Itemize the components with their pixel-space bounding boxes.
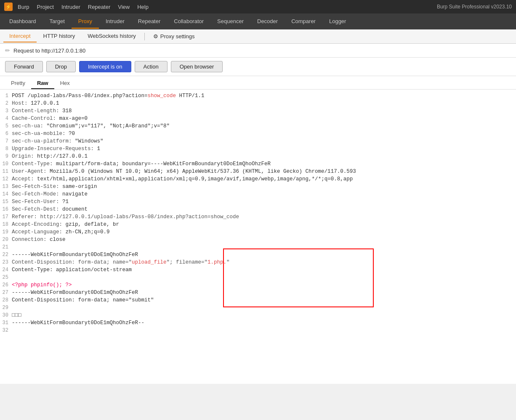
table-row: 9Origin: http://127.0.0.1: [0, 153, 516, 160]
tab-target[interactable]: Target: [43, 15, 72, 29]
intercept-toggle-button[interactable]: Intercept is on: [79, 61, 131, 72]
action-button[interactable]: Action: [135, 61, 168, 72]
table-row: 7sec-ch-ua-platform: "Windows": [0, 137, 516, 145]
line-content: POST /upload-labs/Pass-08/index.php?acti…: [12, 92, 516, 100]
menu-help[interactable]: Help: [137, 4, 149, 10]
table-row: 27------WebKitFormBoundaryt0DoE1mQhoOhzF…: [0, 289, 516, 296]
table-row: 15Sec-Fetch-User: ?1: [0, 198, 516, 206]
line-number: 26: [0, 281, 12, 289]
tab-logger[interactable]: Logger: [322, 15, 353, 29]
line-number: 6: [0, 130, 12, 137]
tab-intruder[interactable]: Intruder: [99, 15, 131, 29]
table-row: 18Accept-Encoding: gzip, deflate, br: [0, 221, 516, 228]
line-content: Accept: text/html,application/xhtml+xml,…: [12, 175, 516, 183]
table-row: 5sec-ch-ua: "Chromium";v="117", "Not;A=B…: [0, 122, 516, 130]
line-number: 15: [0, 198, 12, 206]
table-row: 31------WebKitFormBoundaryt0DoE1mQhoOhzF…: [0, 319, 516, 327]
menu-burp[interactable]: Burp: [18, 4, 29, 10]
tab-proxy-settings[interactable]: ⚙ Proxy settings: [147, 31, 201, 42]
table-row: 25: [0, 274, 516, 281]
line-number: 3: [0, 107, 12, 115]
table-row: 23Content-Disposition: form-data; name="…: [0, 259, 516, 266]
tab-http-history[interactable]: HTTP history: [37, 30, 81, 42]
table-row: 21: [0, 243, 516, 251]
menu-intruder[interactable]: Intruder: [61, 4, 80, 10]
tab-decoder[interactable]: Decoder: [250, 15, 285, 29]
line-content: User-Agent: Mozilla/5.0 (Windows NT 10.0…: [12, 168, 516, 175]
table-row: 24Content-Type: application/octet-stream: [0, 266, 516, 274]
table-row: 32: [0, 327, 516, 334]
line-number: 32: [0, 327, 12, 334]
line-content: [12, 243, 516, 251]
line-content: Cache-Control: max-age=0: [12, 115, 516, 122]
line-content: ------WebKitFormBoundaryt0DoE1mQhoOhzFeR…: [12, 319, 516, 327]
tab-comparer[interactable]: Comparer: [285, 15, 322, 29]
divider: [144, 33, 145, 40]
line-number: 10: [0, 160, 12, 168]
title-bar: ⚡ Burp Project Intruder Repeater View He…: [0, 0, 516, 13]
line-number: 11: [0, 168, 12, 175]
menu-view[interactable]: View: [118, 4, 130, 10]
table-row: 19Accept-Language: zh-CN,zh;q=0.9: [0, 228, 516, 236]
forward-button[interactable]: Forward: [5, 61, 43, 72]
line-number: 13: [0, 183, 12, 190]
line-content: Referer: http://127.0.0.1/upload-labs/Pa…: [12, 213, 516, 221]
line-number: 1: [0, 92, 12, 100]
line-content: [12, 274, 516, 281]
line-number: 12: [0, 175, 12, 183]
line-content: Accept-Language: zh-CN,zh;q=0.9: [12, 228, 516, 236]
line-content: Content-Length: 318: [12, 107, 516, 115]
line-number: 18: [0, 221, 12, 228]
table-row: 26<?php phpinfo(); ?>: [0, 281, 516, 289]
line-content: Origin: http://127.0.0.1: [12, 153, 516, 160]
line-number: 20: [0, 236, 12, 243]
table-row: 13Sec-Fetch-Site: same-origin: [0, 183, 516, 190]
tab-intercept[interactable]: Intercept: [3, 30, 37, 42]
line-number: 5: [0, 122, 12, 130]
line-content: Content-Type: application/octet-stream: [12, 266, 516, 274]
table-row: 22------WebKitFormBoundaryt0DoE1mQhoOhzF…: [0, 251, 516, 259]
tab-proxy[interactable]: Proxy: [72, 15, 99, 29]
line-content: ------WebKitFormBoundaryt0DoE1mQhoOhzFeR: [12, 251, 516, 259]
table-row: 16Sec-Fetch-Dest: document: [0, 206, 516, 213]
line-content: Sec-Fetch-Site: same-origin: [12, 183, 516, 190]
line-number: 28: [0, 296, 12, 304]
menu-project[interactable]: Project: [37, 4, 53, 10]
open-browser-button[interactable]: Open browser: [171, 61, 223, 72]
line-content: Content-Disposition: form-data; name="su…: [12, 296, 516, 304]
gear-icon: ⚙: [153, 33, 158, 40]
tab-dashboard[interactable]: Dashboard: [3, 15, 43, 29]
line-content: Accept-Encoding: gzip, deflate, br: [12, 221, 516, 228]
line-content: <?php phpinfo(); ?>: [12, 281, 516, 289]
tab-repeater[interactable]: Repeater: [131, 15, 167, 29]
line-content: sec-ch-ua-mobile: ?0: [12, 130, 516, 137]
line-number: 31: [0, 319, 12, 327]
menu-bar: Burp Project Intruder Repeater View Help: [18, 4, 149, 10]
menu-repeater[interactable]: Repeater: [88, 4, 110, 10]
table-row: 17Referer: http://127.0.0.1/upload-labs/…: [0, 213, 516, 221]
table-row: 20Connection: close: [0, 236, 516, 243]
line-number: 8: [0, 145, 12, 153]
line-content: Sec-Fetch-Mode: navigate: [12, 190, 516, 198]
tab-raw[interactable]: Raw: [31, 78, 54, 89]
line-content: Content-Disposition: form-data; name="up…: [12, 259, 516, 266]
pencil-icon: ✏: [5, 47, 10, 54]
line-content: sec-ch-ua-platform: "Windows": [12, 137, 516, 145]
line-number: 27: [0, 289, 12, 296]
table-row: 4Cache-Control: max-age=0: [0, 115, 516, 122]
drop-button[interactable]: Drop: [46, 61, 76, 72]
tab-pretty[interactable]: Pretty: [5, 78, 31, 89]
line-number: 2: [0, 100, 12, 107]
table-row: 14Sec-Fetch-Mode: navigate: [0, 190, 516, 198]
line-number: 16: [0, 206, 12, 213]
tab-hex[interactable]: Hex: [54, 78, 76, 89]
line-content: Sec-Fetch-Dest: document: [12, 206, 516, 213]
tab-sequencer[interactable]: Sequencer: [210, 15, 250, 29]
table-row: 28Content-Disposition: form-data; name="…: [0, 296, 516, 304]
tab-websockets-history[interactable]: WebSockets history: [82, 30, 142, 42]
line-content: Connection: close: [12, 236, 516, 243]
line-content: sec-ch-ua: "Chromium";v="117", "Not;A=Br…: [12, 122, 516, 130]
line-number: 7: [0, 137, 12, 145]
tab-collaborator[interactable]: Collaborator: [167, 15, 210, 29]
line-number: 19: [0, 228, 12, 236]
